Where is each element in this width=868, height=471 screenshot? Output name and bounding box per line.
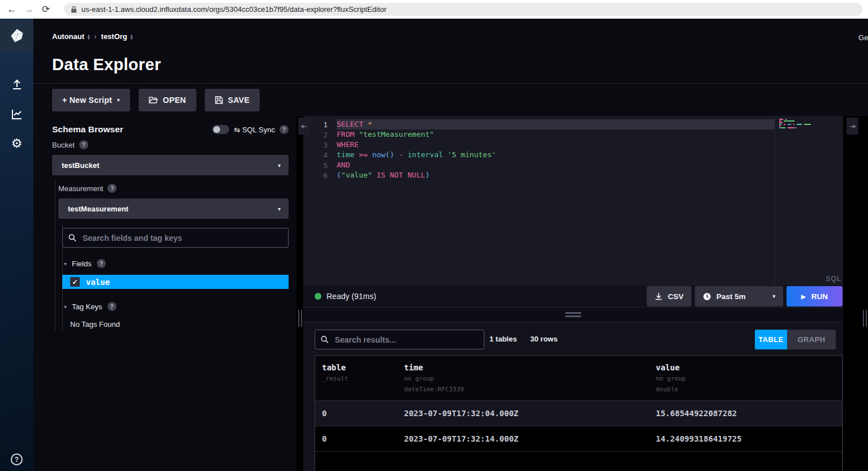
measurement-value: testMeasurement (68, 205, 128, 213)
fields-help-icon[interactable]: ? (97, 259, 106, 268)
upload-icon (11, 79, 23, 91)
browser-forward-icon[interactable]: → (20, 4, 37, 15)
results-table-header: table_resulttimeno groupdateTime:RFC3339… (315, 356, 842, 400)
expand-right-panel-button[interactable]: ⇥ (846, 118, 858, 135)
query-panel: 1SELECT *2FROM "testMeasurement"3WHERE4t… (303, 116, 843, 471)
table-cell: 0 (315, 426, 397, 451)
code-line-5[interactable]: 5AND (311, 160, 775, 170)
view-switcher: TABLE GRAPH (755, 330, 836, 349)
left-resize-handle[interactable] (298, 310, 302, 327)
folder-icon (149, 96, 158, 104)
save-button[interactable]: SAVE (205, 89, 260, 111)
sql-sync-help-icon[interactable]: ? (280, 125, 289, 134)
schema-search (62, 228, 289, 248)
breadcrumb: Autonaut ▴▾ › testOrg ▴▾ (52, 32, 132, 41)
schema-search-input[interactable] (83, 234, 282, 243)
results-table-filler (315, 451, 842, 471)
data-explorer-nav-item[interactable] (0, 102, 33, 127)
code-line-2[interactable]: 2FROM "testMeasurement" (311, 129, 775, 140)
csv-download-button[interactable]: CSV (647, 286, 691, 306)
indent-guide (55, 180, 55, 331)
chevron-down-icon: ▾ (278, 206, 281, 212)
right-panel-strip (843, 116, 868, 471)
suborg-switcher[interactable]: testOrg ▴▾ (101, 32, 133, 41)
collapse-left-panel-button[interactable]: ⇤ (298, 118, 310, 135)
code-text: SELECT * (337, 119, 775, 129)
suborg-switcher-icon: ▴▾ (131, 34, 133, 40)
browser-back-icon[interactable]: ← (3, 4, 20, 15)
bucket-value: testBucket (62, 161, 99, 170)
rows-count: 30 rows (530, 335, 557, 343)
bucket-select[interactable]: testBucket ▾ (52, 155, 289, 175)
chevron-down-icon: ▾ (117, 97, 120, 103)
results-resize-divider[interactable] (303, 307, 843, 322)
status-dot (315, 293, 321, 300)
drag-handle-icon (565, 312, 581, 317)
table-row[interactable]: 02023-07-09T17:32:04.000Z15.685449220872… (315, 400, 842, 426)
table-view-tab[interactable]: TABLE (755, 330, 787, 349)
graph-view-tab[interactable]: GRAPH (787, 330, 836, 349)
settings-nav-item[interactable]: ⚙ (0, 131, 33, 156)
tag-keys-label: Tag Keys (72, 303, 102, 311)
chevron-down-icon: ▾ (278, 162, 281, 168)
sql-sync-label: ⇆ SQL Sync (234, 126, 275, 134)
caret-down-icon: ▾ (64, 261, 67, 267)
schema-browser-panel: Schema Browser ⇆ SQL Sync ? Bucket ? tes… (33, 116, 297, 471)
sql-sync-toggle[interactable] (212, 125, 229, 134)
table-row[interactable]: 02023-07-09T17:32:14.000Z14.240993186419… (315, 426, 842, 451)
table-cell: 2023-07-09T17:32:04.000Z (397, 401, 649, 426)
table-cell: 0 (315, 401, 397, 426)
get-link[interactable]: Get (858, 33, 868, 42)
collapse-left-icon: ⇤ (301, 122, 307, 131)
browser-chrome: ← → ⟳ us-east-1-1.aws.cloud2.influxdata.… (0, 0, 868, 19)
chevron-down-icon: ▾ (772, 293, 775, 299)
load-data-nav-item[interactable] (0, 72, 33, 97)
run-button[interactable]: ▶ RUN (787, 286, 843, 306)
right-resize-handle[interactable] (863, 310, 867, 327)
left-sidebar: ⚙ ? (0, 19, 33, 471)
results-table: table_resulttimeno groupdateTime:RFC3339… (315, 355, 843, 471)
tag-keys-section-header[interactable]: ▾ Tag Keys ? (64, 302, 117, 311)
app-window: ← → ⟳ us-east-1-1.aws.cloud2.influxdata.… (0, 0, 868, 471)
no-tags-text: No Tags Found (70, 320, 120, 329)
line-chart-icon (11, 108, 23, 120)
tag-keys-help-icon[interactable]: ? (108, 302, 117, 311)
bucket-help-icon[interactable]: ? (79, 140, 88, 149)
help-button[interactable]: ? (11, 453, 23, 465)
measurement-select[interactable]: testMeasurement ▾ (58, 198, 289, 219)
measurement-help-icon[interactable]: ? (108, 184, 117, 193)
title-divider (33, 83, 868, 84)
field-item-value[interactable]: ✓ value (62, 275, 289, 289)
code-line-1[interactable]: 1SELECT * (311, 119, 775, 129)
open-button[interactable]: OPEN (139, 89, 196, 111)
line-number: 4 (311, 151, 328, 159)
address-bar[interactable]: us-east-1-1.aws.cloud2.influxdata.com/or… (64, 3, 862, 16)
tables-count: 1 tables (489, 335, 517, 343)
bucket-label: Bucket ? (52, 140, 88, 149)
code-line-4[interactable]: 4time >= now() - interval '5 minutes' (311, 150, 775, 160)
page-title: Data Explorer (52, 55, 161, 74)
time-range-value: Past 5m (716, 292, 746, 301)
code-line-3[interactable]: 3WHERE (311, 140, 775, 150)
fields-section-header[interactable]: ▾ Fields ? (64, 259, 106, 268)
time-range-dropdown[interactable]: Past 5m ▾ (695, 286, 783, 306)
save-icon (215, 96, 223, 104)
table-cell: 14.240993186419725 (649, 426, 842, 451)
field-checkbox[interactable]: ✓ (70, 277, 80, 287)
gear-icon: ⚙ (11, 137, 23, 150)
browser-reload-icon[interactable]: ⟳ (37, 3, 54, 15)
search-icon (321, 335, 329, 344)
code-line-6[interactable]: 6("value" IS NOT NULL) (311, 170, 775, 180)
new-script-button[interactable]: + New Script ▾ (52, 89, 130, 111)
editor-minimap[interactable] (775, 116, 843, 286)
influxdb-logo[interactable] (0, 19, 33, 52)
code-text: AND (337, 160, 775, 170)
org-switcher[interactable]: Autonaut ▴▾ (52, 32, 90, 41)
code-text: WHERE (337, 140, 775, 150)
results-search-input[interactable] (335, 335, 478, 344)
sql-editor[interactable]: 1SELECT *2FROM "testMeasurement"3WHERE4t… (303, 116, 843, 286)
table-cell: 2023-07-09T17:32:14.000Z (397, 426, 649, 451)
clock-icon (703, 292, 711, 301)
org-name: Autonaut (52, 32, 84, 41)
query-status-bar: Ready (91ms) CSV Past 5m ▾ ▶ RUN (303, 286, 843, 307)
